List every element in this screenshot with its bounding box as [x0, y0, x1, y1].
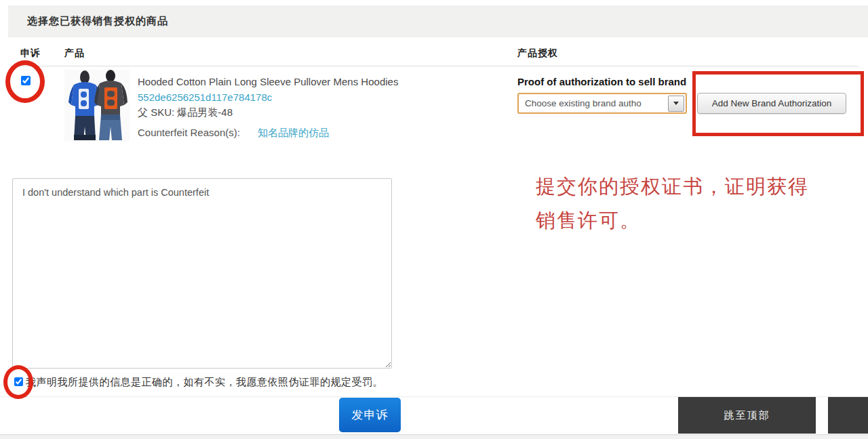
counterfeit-reason-link[interactable]: 知名品牌的仿品 — [258, 127, 329, 138]
authorization-heading: Proof of authorization to sell brand — [517, 76, 686, 87]
submit-appeal-button[interactable]: 发申诉 — [339, 398, 401, 432]
column-header-authorization: 产品授权 — [517, 47, 558, 60]
red-note-annotation: 提交你的授权证书，证明获得 销售许可。 — [536, 169, 848, 237]
column-header-appeal: 申诉 — [20, 47, 41, 60]
red-note-line2: 销售许可。 — [536, 203, 848, 237]
brand-select-value: Choose existing brand autho — [519, 98, 668, 108]
hoodies-image — [64, 70, 130, 142]
counterfeit-reason-label: Counterfeit Reason(s): — [138, 127, 240, 138]
parent-sku-value: 爆品男装-48 — [177, 106, 233, 118]
partial-footer-button[interactable] — [828, 397, 868, 434]
dropdown-arrow-button[interactable] — [668, 96, 684, 112]
product-id-link[interactable]: 552de6256251d117e784178c — [138, 91, 272, 103]
jump-to-top-button[interactable]: 跳至顶部 — [678, 397, 816, 434]
add-new-brand-authorization-button[interactable]: Add New Brand Authorization — [697, 93, 846, 114]
column-header-product: 产品 — [64, 47, 85, 60]
page-title: 选择您已获得销售授权的商品 — [27, 15, 168, 28]
product-title: Hooded Cotton Plain Long Sleeve Pullover… — [138, 75, 490, 89]
appeal-reason-textarea[interactable]: I don't understand which part is Counter… — [12, 178, 392, 369]
header-divider — [12, 66, 859, 66]
product-info: Hooded Cotton Plain Long Sleeve Pullover… — [138, 75, 490, 140]
section-title-bar: 选择您已获得销售授权的商品 — [8, 5, 868, 37]
parent-sku-label: 父 SKU: — [138, 106, 174, 118]
product-appeal-checkbox[interactable] — [21, 76, 31, 85]
brand-authorization-select[interactable]: Choose existing brand autho — [517, 93, 687, 114]
red-note-line1: 提交你的授权证书，证明获得 — [536, 169, 848, 203]
product-thumbnail — [64, 70, 130, 142]
declaration-checkbox[interactable] — [14, 377, 23, 386]
declaration-text: 我声明我所提供的信息是正确的，如有不实，我愿意依照伪证罪的规定受罚。 — [26, 376, 383, 389]
chevron-down-icon — [673, 102, 679, 105]
bottom-strip — [0, 434, 868, 439]
